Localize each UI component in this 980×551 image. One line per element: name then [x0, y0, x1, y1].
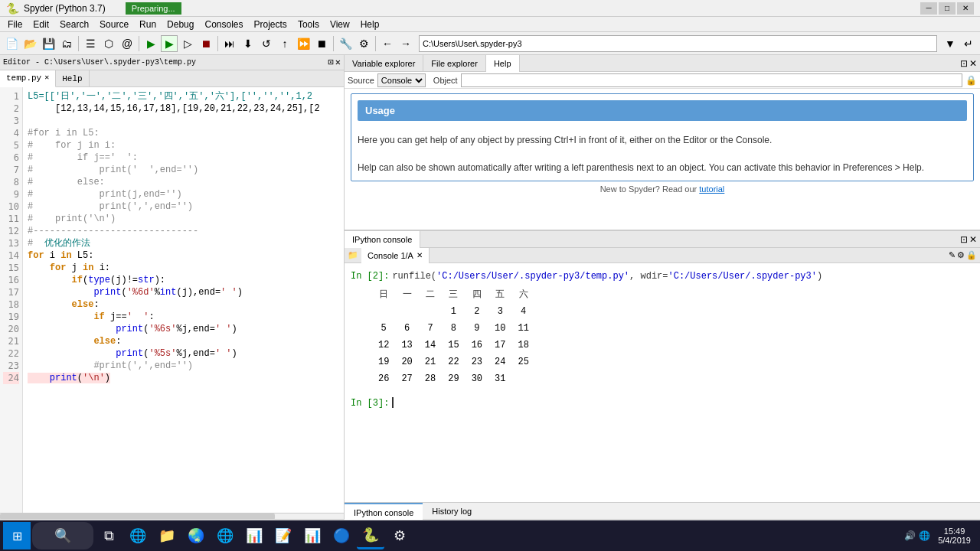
editor-float-icon[interactable]: ⊡	[328, 57, 334, 68]
editor-tab-help[interactable]: Help	[56, 70, 89, 87]
minimize-button[interactable]: ─	[920, 2, 937, 15]
step-into-button[interactable]: ⬇	[240, 35, 256, 52]
console-edit-icon[interactable]: ✎	[949, 250, 956, 260]
taskbar-excel[interactable]: 📊	[240, 522, 268, 549]
code-button[interactable]: ⬡	[100, 35, 117, 52]
forward-button[interactable]: →	[397, 35, 414, 52]
taskbar-word[interactable]: 📝	[270, 522, 297, 549]
run-button[interactable]: ▶	[142, 35, 159, 52]
stop-button[interactable]: ⏹	[198, 35, 214, 52]
path-browse-button[interactable]: ▼	[942, 35, 959, 52]
separator3	[217, 36, 218, 51]
save-all-button[interactable]: 🗂	[58, 35, 75, 52]
console-close-icon[interactable]: ✕	[969, 234, 977, 245]
run-cell-button[interactable]: ▶	[161, 35, 178, 52]
separator1	[78, 36, 79, 51]
editor-close-icon[interactable]: ✕	[335, 57, 341, 68]
console-settings-icon[interactable]: ⚙	[957, 250, 965, 260]
bottom-tab-ipython[interactable]: IPython console	[345, 503, 423, 520]
taskbar-settings[interactable]: ⚙	[386, 522, 413, 549]
tab-close-icon[interactable]: ✕	[44, 70, 49, 86]
calendar-cell: 15	[442, 337, 465, 354]
console-tab-close[interactable]: ✕	[416, 248, 423, 263]
settings-button[interactable]: ⚙	[355, 35, 372, 52]
editor-tab-label: temp.py	[6, 70, 41, 86]
menu-consoles[interactable]: Consoles	[200, 17, 247, 32]
menu-help[interactable]: Help	[356, 17, 384, 32]
step-out-button[interactable]: ↑	[276, 35, 293, 52]
cal-header-sat: 六	[511, 286, 534, 303]
taskbar-clock[interactable]: 15:49 5/4/2019	[932, 527, 977, 545]
taskbar-file-explorer[interactable]: 📁	[153, 522, 181, 549]
calendar-header-row: 日 一 二 三 四 五 六	[372, 286, 535, 303]
menu-debug[interactable]: Debug	[162, 17, 198, 32]
continue-button[interactable]: ⏩	[295, 35, 312, 52]
menu-edit[interactable]: Edit	[28, 17, 54, 32]
run-line-button[interactable]: ▷	[179, 35, 196, 52]
at-button[interactable]: @	[119, 35, 136, 52]
taskbar-spyder[interactable]: 🐍	[357, 522, 384, 549]
code-lines[interactable]: L5=[['日','一','二','三','四','五','六'],['',''…	[23, 87, 344, 513]
new-file-button[interactable]: 📄	[3, 35, 20, 52]
menu-tools[interactable]: Tools	[293, 17, 324, 32]
source-icons: 🔒	[965, 75, 977, 86]
calendar-cell: 23	[466, 354, 488, 370]
editor-scrollbar[interactable]	[0, 513, 344, 519]
cal-header-thu: 四	[466, 286, 488, 303]
close-button[interactable]: ✕	[957, 2, 974, 15]
calendar-row: 12131415161718	[372, 337, 535, 354]
open-file-button[interactable]: 📂	[21, 35, 38, 52]
list-button[interactable]: ☰	[82, 35, 99, 52]
menu-view[interactable]: View	[325, 17, 354, 32]
calendar-cell: 8	[442, 320, 465, 337]
lock-icon[interactable]: 🔒	[965, 75, 977, 86]
tab-variable-explorer[interactable]: Variable explorer	[345, 55, 423, 72]
back-button[interactable]: ←	[379, 35, 396, 52]
taskbar-chrome[interactable]: 🌏	[182, 522, 210, 549]
help-close-icon[interactable]: ✕	[969, 58, 977, 69]
taskbar-ie[interactable]: 🌐	[211, 522, 239, 549]
taskbar-app1[interactable]: 🔵	[328, 522, 355, 549]
taskbar-edge[interactable]: 🌐	[124, 522, 152, 549]
start-button[interactable]: ⊞	[3, 522, 31, 549]
calendar-cell: 16	[466, 337, 488, 354]
object-input[interactable]	[461, 73, 962, 87]
tab-help[interactable]: Help	[486, 55, 520, 72]
source-select[interactable]: Console	[377, 73, 426, 87]
tools-button[interactable]: 🔧	[337, 35, 354, 52]
editor-tab-bar: temp.py ✕ Help	[0, 70, 344, 87]
step-over-button[interactable]: ↺	[258, 35, 275, 52]
stop-debug-button[interactable]: ⏹	[313, 35, 330, 52]
save-button[interactable]: 💾	[40, 35, 57, 52]
taskbar-powerpoint[interactable]: 📊	[299, 522, 326, 549]
console-float-icon[interactable]: ⊡	[960, 234, 968, 245]
editor-title: Editor - C:\Users\User\.spyder-py3\temp.…	[3, 58, 196, 67]
path-go-button[interactable]: ↵	[960, 35, 977, 52]
menu-search[interactable]: Search	[55, 17, 93, 32]
console-lock-icon[interactable]: 🔒	[966, 250, 977, 260]
calendar-cell: 11	[511, 320, 534, 337]
code-content: 12345 678910 1112131415 1617181920 21222…	[0, 87, 344, 513]
tab-ipython-console[interactable]: IPython console	[345, 231, 420, 248]
menu-source[interactable]: Source	[95, 17, 133, 32]
tab-file-explorer[interactable]: File explorer	[423, 55, 486, 72]
taskbar-search[interactable]: 🔍	[32, 522, 93, 549]
menu-run[interactable]: Run	[135, 17, 161, 32]
help-area: Variable explorer File explorer Help ⊡ ✕…	[345, 55, 980, 231]
maximize-button[interactable]: □	[939, 2, 956, 15]
console-folder-icon: 📁	[348, 250, 358, 260]
calendar-table: 日 一 二 三 四 五 六 12345678910111213	[372, 286, 535, 387]
help-float-icon[interactable]: ⊡	[960, 58, 968, 69]
menu-file[interactable]: File	[3, 17, 27, 32]
bottom-panel: IPython console ⊡ ✕ 📁 Console 1/A ✕	[345, 231, 980, 519]
bottom-tab-history[interactable]: History log	[423, 503, 481, 520]
menu-projects[interactable]: Projects	[250, 17, 292, 32]
ipython-console-content[interactable]: In [2]: runfile('C:/Users/User/.spyder-p…	[345, 263, 980, 502]
editor-tab-temp[interactable]: temp.py ✕	[0, 70, 56, 87]
taskbar-task-view[interactable]: ⧉	[95, 522, 122, 549]
path-input[interactable]	[419, 35, 937, 52]
console-tab-1[interactable]: Console 1/A ✕	[361, 248, 430, 263]
tutorial-link[interactable]: tutorial	[699, 184, 724, 194]
usage-title: Usage	[358, 100, 967, 121]
debug-button[interactable]: ⏭	[221, 35, 238, 52]
